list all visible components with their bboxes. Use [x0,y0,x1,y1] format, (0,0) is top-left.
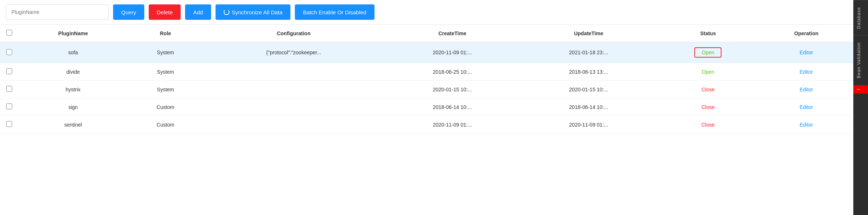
cell-configuration [203,63,384,81]
cell-configuration [203,98,384,116]
cell-status[interactable]: Close [657,116,759,134]
cell-operation: Editor [759,81,853,98]
row-checkbox[interactable] [6,121,12,127]
sync-icon [224,9,229,15]
cell-update-time: 2020-01-15 10:... [521,81,657,98]
toolbar: Query Delete Add Synchronize All Data Ba… [0,0,853,25]
cell-update-time: 2018-06-14 10:... [521,98,657,116]
row-checkbox-cell [0,81,18,98]
row-checkbox-cell [0,63,18,81]
query-button[interactable]: Query [113,4,144,20]
cell-role: System [128,81,203,98]
main-content: Query Delete Add Synchronize All Data Ba… [0,0,853,215]
editor-link[interactable]: Editor [800,104,813,110]
cell-status[interactable]: Open [657,42,759,63]
cell-operation: Editor [759,116,853,134]
row-checkbox[interactable] [6,49,12,55]
cell-plugin-name: sentinel [18,116,128,134]
plugin-name-input[interactable] [6,4,109,20]
header-role: Role [128,25,203,42]
cell-create-time: 2020-11-09 01:... [384,42,520,63]
right-sidebar: Database Bean Validation ! [853,0,868,215]
table-row: hystrixSystem2020-01-15 10:...2020-01-15… [0,81,853,98]
table-wrapper: PluginName Role Configuration CreateTime… [0,25,853,134]
header-update-time: UpdateTime [521,25,657,42]
row-checkbox[interactable] [6,103,12,109]
row-checkbox[interactable] [6,68,12,74]
sidebar-tab-bean-validation[interactable]: Bean Validation [853,35,868,85]
table-row: signCustom2018-06-14 10:...2018-06-14 10… [0,98,853,116]
cell-configuration: {"protocol":"zookeeper... [203,42,384,63]
cell-plugin-name: hystrix [18,81,128,98]
status-badge[interactable]: Open [694,47,721,58]
status-badge[interactable]: Open [702,69,714,75]
row-checkbox-cell [0,42,18,63]
header-checkbox-cell [0,25,18,42]
cell-role: System [128,42,203,63]
table-row: sofaSystem{"protocol":"zookeeper...2020-… [0,42,853,63]
editor-link[interactable]: Editor [800,87,813,92]
cell-configuration [203,81,384,98]
cell-plugin-name: sign [18,98,128,116]
cell-role: Custom [128,98,203,116]
cell-operation: Editor [759,42,853,63]
sidebar-tab-red[interactable]: ! [853,85,868,94]
cell-update-time: 2020-11-09 01:... [521,116,657,134]
header-create-time: CreateTime [384,25,520,42]
header-configuration: Configuration [203,25,384,42]
cell-create-time: 2020-11-09 01:... [384,116,520,134]
status-badge[interactable]: Close [701,122,715,128]
status-badge[interactable]: Close [701,87,715,92]
sync-button[interactable]: Synchronize All Data [216,4,290,20]
row-checkbox-cell [0,116,18,134]
row-checkbox[interactable] [6,86,12,92]
cell-create-time: 2018-06-14 10:... [384,98,520,116]
cell-plugin-name: sofa [18,42,128,63]
cell-status[interactable]: Close [657,81,759,98]
cell-operation: Editor [759,98,853,116]
cell-role: System [128,63,203,81]
header-status: Status [657,25,759,42]
status-badge[interactable]: Close [701,104,715,110]
cell-create-time: 2018-06-25 10:... [384,63,520,81]
cell-plugin-name: divide [18,63,128,81]
editor-link[interactable]: Editor [800,122,813,128]
plugins-table: PluginName Role Configuration CreateTime… [0,25,853,134]
cell-configuration [203,116,384,134]
cell-update-time: 2021-01-18 23:... [521,42,657,63]
header-operation: Operation [759,25,853,42]
cell-create-time: 2020-01-15 10:... [384,81,520,98]
add-button[interactable]: Add [185,4,211,20]
row-checkbox-cell [0,98,18,116]
editor-link[interactable]: Editor [800,50,813,55]
sync-label: Synchronize All Data [232,9,282,15]
batch-enable-button[interactable]: Batch Enable Or Disabled [295,4,375,20]
table-header-row: PluginName Role Configuration CreateTime… [0,25,853,42]
table-row: sentinelCustom2020-11-09 01:...2020-11-0… [0,116,853,134]
sidebar-tab-database[interactable]: Database [853,0,868,35]
cell-role: Custom [128,116,203,134]
delete-button[interactable]: Delete [149,4,181,20]
cell-operation: Editor [759,63,853,81]
editor-link[interactable]: Editor [800,69,813,75]
table-row: divideSystem2018-06-25 10:...2018-06-13 … [0,63,853,81]
cell-status[interactable]: Close [657,98,759,116]
cell-status[interactable]: Open [657,63,759,81]
cell-update-time: 2018-06-13 13:... [521,63,657,81]
header-plugin-name: PluginName [18,25,128,42]
select-all-checkbox[interactable] [6,30,12,36]
